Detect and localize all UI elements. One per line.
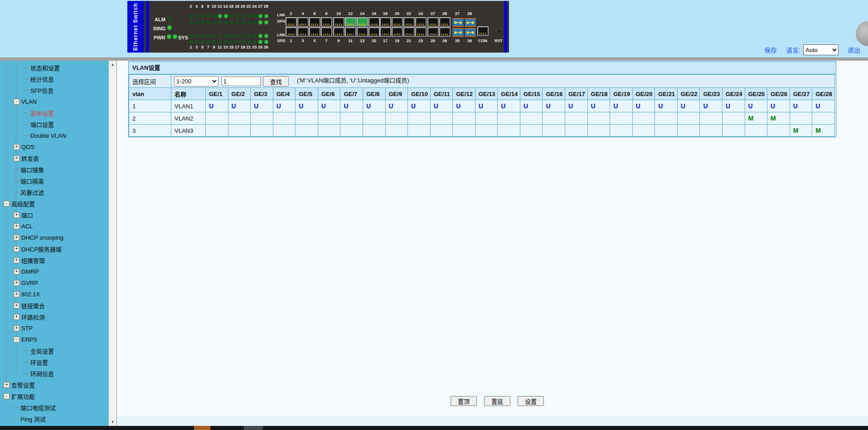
logout-link[interactable]: 退出 xyxy=(848,45,860,54)
member-cell: U xyxy=(632,100,655,112)
sidebar-item[interactable]: +QOS xyxy=(0,141,109,153)
sidebar-item[interactable]: 环设置 xyxy=(0,357,109,368)
sidebar-item-label: 状态和设置 xyxy=(30,63,60,72)
port-column-header: GE/4 xyxy=(273,88,296,100)
port-status-led xyxy=(265,21,268,24)
sidebar-item[interactable]: +GMRP xyxy=(0,266,109,277)
rj45-port xyxy=(286,17,297,27)
sidebar-scrollbar[interactable]: ▲ ▼ xyxy=(109,61,117,426)
expand-icon[interactable]: + xyxy=(14,155,19,161)
expand-icon[interactable]: + xyxy=(14,246,19,252)
table-row: 3VLAN3MM xyxy=(129,125,835,137)
port-status-led xyxy=(242,21,245,24)
member-cell xyxy=(408,112,431,125)
sidebar-item[interactable]: +转发表 xyxy=(0,153,109,164)
sidebar-item[interactable]: +告警设置 xyxy=(0,379,109,391)
sidebar-item[interactable]: +DHCP snooping xyxy=(0,232,109,243)
member-cell xyxy=(273,125,296,137)
port-number: 2 xyxy=(288,12,294,16)
port-status-led xyxy=(247,40,251,43)
sidebar-item[interactable]: +组播管理 xyxy=(0,255,109,266)
member-cell: U xyxy=(655,100,678,112)
port-number: 17 xyxy=(382,39,388,43)
collapse-icon[interactable]: - xyxy=(14,99,19,105)
expand-icon[interactable]: + xyxy=(14,212,19,218)
expand-icon[interactable]: + xyxy=(14,269,19,275)
sidebar-item[interactable]: 端口隔离 xyxy=(0,175,109,187)
rj45-port xyxy=(403,17,415,27)
lnk-row-label: LNK xyxy=(277,33,286,37)
sidebar-item[interactable]: -扩展功能 xyxy=(0,391,109,402)
port-status-led xyxy=(230,21,233,24)
expand-icon[interactable]: + xyxy=(14,280,19,286)
sidebar-item[interactable]: -ERPS xyxy=(0,334,109,345)
rj45-port xyxy=(439,17,451,27)
move-bottom-button[interactable]: 置底 xyxy=(484,396,510,406)
sfp-port xyxy=(465,28,476,37)
expand-icon[interactable]: + xyxy=(14,314,19,320)
member-cell: U xyxy=(363,100,385,112)
expand-icon[interactable]: + xyxy=(14,303,19,309)
port-column-header: GE/23 xyxy=(700,88,723,100)
port-column-header: GE/21 xyxy=(655,88,678,100)
collapse-icon[interactable]: - xyxy=(14,337,19,343)
member-cell xyxy=(340,125,363,137)
pwr-led xyxy=(167,35,171,39)
sidebar-item[interactable]: +GVRP xyxy=(0,277,109,289)
expand-icon[interactable]: + xyxy=(14,235,19,241)
sidebar-item[interactable]: +端口 xyxy=(0,209,109,221)
sidebar-item[interactable]: +STP xyxy=(0,323,109,334)
vlan-search-input[interactable] xyxy=(222,77,261,86)
sidebar-item[interactable]: 统计信息 xyxy=(0,73,109,85)
sidebar-item[interactable]: SFP信息 xyxy=(0,85,109,96)
tree-connector xyxy=(14,169,19,170)
save-link[interactable]: 保存 xyxy=(764,45,777,54)
collapse-icon[interactable]: - xyxy=(4,393,10,399)
scroll-down-button[interactable]: ▼ xyxy=(109,418,116,426)
sidebar-item[interactable]: 环网信息 xyxy=(0,368,109,379)
apply-button[interactable]: 设置 xyxy=(518,396,544,406)
sfp-port xyxy=(465,18,476,27)
sidebar-item[interactable]: -高级配置 xyxy=(0,198,109,209)
sidebar-item[interactable]: +ACL xyxy=(0,221,109,232)
scroll-up-button[interactable]: ▲ xyxy=(109,61,116,68)
member-cell xyxy=(206,112,228,125)
member-cell xyxy=(408,125,431,137)
expand-icon[interactable]: + xyxy=(4,382,10,388)
expand-icon[interactable]: + xyxy=(14,325,19,331)
sidebar-item[interactable]: 端口设置 xyxy=(0,119,109,130)
collapse-icon[interactable]: - xyxy=(4,201,10,207)
search-button[interactable]: 查找 xyxy=(263,76,289,87)
vlan-table: 选择区间 1-200 查找 ('M':VLAN端口成员, 'U':Untagge… xyxy=(129,74,835,137)
sidebar-item[interactable]: Ping 测试 xyxy=(0,413,109,425)
sidebar-item[interactable]: +DHCP服务器端 xyxy=(0,243,109,255)
range-select[interactable]: 1-200 xyxy=(174,76,218,87)
expand-icon[interactable]: + xyxy=(14,291,19,297)
expand-icon[interactable]: + xyxy=(14,223,19,229)
expand-icon[interactable]: + xyxy=(14,257,19,263)
sidebar-item[interactable]: 风暴过滤 xyxy=(0,187,109,198)
port-status-led xyxy=(224,14,228,18)
floating-scroll-button[interactable] xyxy=(856,21,868,46)
sidebar-item[interactable]: -VLAN xyxy=(0,96,109,107)
port-number: 5 xyxy=(311,39,318,43)
sidebar-item[interactable]: 端口镜像 xyxy=(0,164,109,175)
vlan-name-cell: VLAN1 xyxy=(171,100,206,112)
rj45-port xyxy=(415,27,427,37)
member-cell xyxy=(587,125,610,137)
tree-connector xyxy=(14,407,19,408)
sidebar-item[interactable]: +链接聚合 xyxy=(0,300,109,311)
sidebar-item[interactable]: 全局设置 xyxy=(0,345,109,357)
sidebar-item[interactable]: 基本设置 xyxy=(0,107,109,119)
language-select[interactable]: Auto xyxy=(803,44,839,55)
sidebar-nav: 状态和设置统计信息SFP信息-VLAN基本设置端口设置Double VLAN+Q… xyxy=(0,61,109,426)
sidebar-item[interactable]: +802.1X xyxy=(0,289,109,300)
sidebar-item[interactable]: 状态和设置 xyxy=(0,62,109,73)
sidebar-item[interactable]: +环路检测 xyxy=(0,311,109,323)
sidebar-item[interactable]: 端口电缆测试 xyxy=(0,402,109,413)
move-top-button[interactable]: 置顶 xyxy=(451,396,477,406)
member-cell xyxy=(251,125,273,137)
sidebar-item[interactable]: Double VLAN xyxy=(0,130,109,141)
expand-icon[interactable]: + xyxy=(14,144,19,150)
reset-button xyxy=(497,30,501,34)
